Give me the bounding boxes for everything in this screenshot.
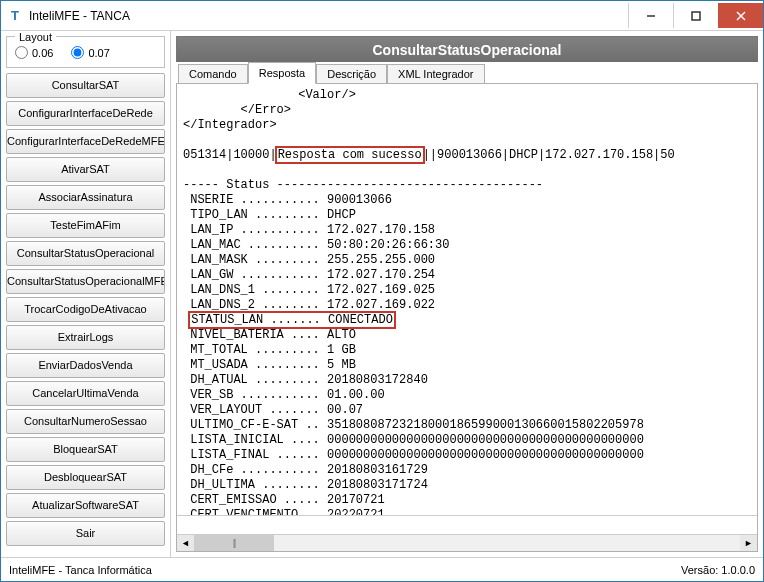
layout-fieldset: Layout 0.06 0.07: [6, 36, 165, 68]
scroll-right-arrow[interactable]: ►: [740, 535, 757, 552]
sidebar-btn-trocarcodigodeativacao[interactable]: TrocarCodigoDeAtivacao: [6, 297, 165, 322]
sidebar-btn-desbloquearsat[interactable]: DesbloquearSAT: [6, 465, 165, 490]
close-button[interactable]: [718, 3, 763, 28]
statusbar: InteliMFE - Tanca Informática Versão: 1.…: [1, 557, 763, 581]
sidebar-btn-consultarsat[interactable]: ConsultarSAT: [6, 73, 165, 98]
layout-legend: Layout: [15, 31, 56, 43]
sidebar-btn-associarassinatura[interactable]: AssociarAssinatura: [6, 185, 165, 210]
main-panel: ConsultarStatusOperacional ComandoRespos…: [171, 31, 763, 557]
svg-rect-1: [692, 12, 700, 20]
response-scroll[interactable]: <Valor/> </Erro> </Integrador> 051314|10…: [177, 84, 757, 515]
layout-radio-007[interactable]: 0.07: [71, 46, 109, 59]
command-input[interactable]: [177, 516, 757, 534]
command-input-wrap: [177, 515, 757, 534]
layout-radio-006-input[interactable]: [15, 46, 28, 59]
sidebar-btn-cancelarultimavenda[interactable]: CancelarUltimaVenda: [6, 381, 165, 406]
window-title: InteliMFE - TANCA: [29, 9, 628, 23]
sidebar-btn-extrairlogs[interactable]: ExtrairLogs: [6, 325, 165, 350]
statusbar-left: InteliMFE - Tanca Informática: [9, 564, 681, 576]
sidebar-btn-sair[interactable]: Sair: [6, 521, 165, 546]
sidebar-btn-bloquearsat[interactable]: BloquearSAT: [6, 437, 165, 462]
response-text: <Valor/> </Erro> </Integrador> 051314|10…: [177, 84, 757, 515]
scroll-thumb[interactable]: |||: [194, 535, 274, 552]
minimize-button[interactable]: [628, 3, 673, 28]
layout-radio-006[interactable]: 0.06: [15, 46, 53, 59]
scroll-track[interactable]: |||: [194, 535, 740, 552]
tab-descrição[interactable]: Descrição: [316, 64, 387, 83]
sidebar-btn-configurarinterfacederedemfe[interactable]: ConfigurarInterfaceDeRedeMFE: [6, 129, 165, 154]
maximize-button[interactable]: [673, 3, 718, 28]
tabstrip: ComandoRespostaDescriçãoXML Integrador: [176, 62, 758, 84]
sidebar-btn-testefimafim[interactable]: TesteFimAFim: [6, 213, 165, 238]
sidebar-btn-consultarstatusoperacional[interactable]: ConsultarStatusOperacional: [6, 241, 165, 266]
sidebar-btn-ativarsat[interactable]: AtivarSAT: [6, 157, 165, 182]
sidebar: Layout 0.06 0.07 ConsultarSATConfigurarI…: [1, 31, 171, 557]
horizontal-scrollbar[interactable]: ◄ ||| ►: [177, 534, 757, 551]
tab-xml-integrador[interactable]: XML Integrador: [387, 64, 484, 83]
app-icon: T: [7, 8, 23, 24]
highlight: STATUS_LAN ....... CONECTADO: [188, 311, 396, 329]
layout-radio-007-input[interactable]: [71, 46, 84, 59]
response-panel: <Valor/> </Erro> </Integrador> 051314|10…: [176, 84, 758, 552]
sidebar-btn-consultarstatusoperacionalmfe[interactable]: ConsultarStatusOperacionalMFE: [6, 269, 165, 294]
sidebar-btn-consultarnumerosessao[interactable]: ConsultarNumeroSessao: [6, 409, 165, 434]
tab-comando[interactable]: Comando: [178, 64, 248, 83]
sidebar-btn-atualizarsoftwaresat[interactable]: AtualizarSoftwareSAT: [6, 493, 165, 518]
scroll-left-arrow[interactable]: ◄: [177, 535, 194, 552]
sidebar-btn-configurarinterfacederede[interactable]: ConfigurarInterfaceDeRede: [6, 101, 165, 126]
tab-resposta[interactable]: Resposta: [248, 62, 316, 84]
highlight: Resposta com sucesso: [275, 146, 425, 164]
statusbar-right: Versão: 1.0.0.0: [681, 564, 755, 576]
titlebar: T InteliMFE - TANCA: [1, 1, 763, 31]
page-title: ConsultarStatusOperacional: [176, 36, 758, 62]
sidebar-btn-enviardadosvenda[interactable]: EnviarDadosVenda: [6, 353, 165, 378]
